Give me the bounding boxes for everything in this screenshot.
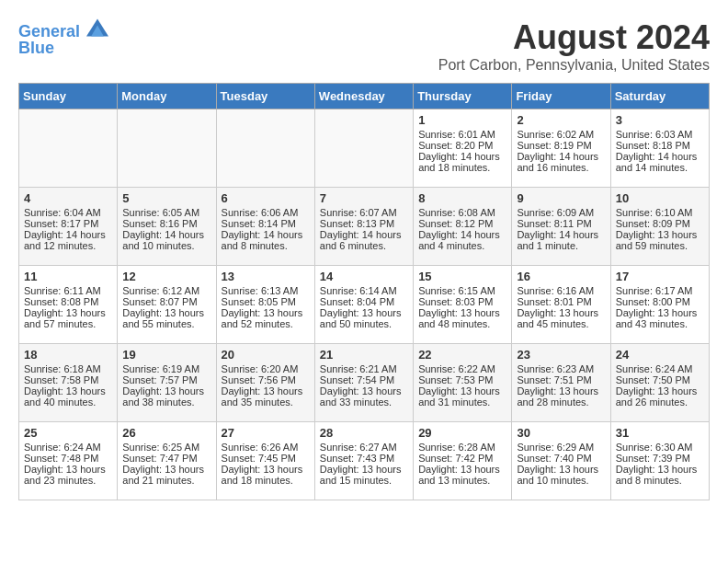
logo: General Blue bbox=[18, 18, 110, 58]
day-number: 4 bbox=[24, 191, 112, 205]
day-info: Sunset: 8:16 PM bbox=[122, 218, 210, 229]
day-info: Sunset: 7:58 PM bbox=[24, 374, 112, 385]
day-info: Daylight: 13 hours and 59 minutes. bbox=[616, 229, 704, 251]
day-number: 2 bbox=[517, 113, 605, 127]
calendar-cell: 9Sunrise: 6:09 AMSunset: 8:11 PMDaylight… bbox=[512, 188, 610, 266]
day-info: Sunset: 8:08 PM bbox=[24, 296, 112, 307]
calendar-cell: 5Sunrise: 6:05 AMSunset: 8:16 PMDaylight… bbox=[118, 188, 216, 266]
day-info: Sunset: 7:42 PM bbox=[418, 453, 506, 464]
calendar-cell: 22Sunrise: 6:22 AMSunset: 7:53 PMDayligh… bbox=[414, 344, 512, 422]
weekday-header-row: SundayMondayTuesdayWednesdayThursdayFrid… bbox=[19, 84, 710, 109]
day-number: 22 bbox=[418, 348, 506, 362]
calendar-cell: 11Sunrise: 6:11 AMSunset: 8:08 PMDayligh… bbox=[19, 266, 118, 344]
weekday-header-saturday: Saturday bbox=[610, 84, 709, 109]
day-info: Sunset: 8:07 PM bbox=[122, 296, 210, 307]
day-info: Sunrise: 6:28 AM bbox=[418, 442, 506, 453]
day-number: 18 bbox=[24, 348, 112, 362]
day-info: Daylight: 13 hours and 40 minutes. bbox=[24, 385, 112, 408]
calendar-cell bbox=[19, 109, 118, 188]
month-year-title: August 2024 bbox=[438, 18, 710, 57]
day-info: Sunset: 7:45 PM bbox=[222, 453, 310, 464]
day-info: Sunrise: 6:07 AM bbox=[320, 207, 408, 218]
weekday-header-friday: Friday bbox=[512, 84, 610, 109]
calendar-cell: 17Sunrise: 6:17 AMSunset: 8:00 PMDayligh… bbox=[610, 266, 709, 344]
calendar-cell: 29Sunrise: 6:28 AMSunset: 7:42 PMDayligh… bbox=[414, 422, 512, 500]
day-info: Daylight: 13 hours and 31 minutes. bbox=[418, 385, 506, 408]
calendar-cell: 2Sunrise: 6:02 AMSunset: 8:19 PMDaylight… bbox=[512, 109, 610, 188]
day-info: Sunset: 7:48 PM bbox=[24, 453, 112, 464]
calendar-cell: 6Sunrise: 6:06 AMSunset: 8:14 PMDaylight… bbox=[216, 188, 314, 266]
day-number: 6 bbox=[222, 191, 310, 205]
day-info: Sunrise: 6:24 AM bbox=[24, 442, 112, 453]
day-number: 29 bbox=[418, 426, 506, 440]
calendar-cell: 12Sunrise: 6:12 AMSunset: 8:07 PMDayligh… bbox=[118, 266, 216, 344]
day-info: Sunrise: 6:19 AM bbox=[122, 363, 210, 374]
day-info: Sunrise: 6:25 AM bbox=[122, 442, 210, 453]
day-info: Daylight: 14 hours and 4 minutes. bbox=[418, 229, 506, 251]
day-number: 21 bbox=[320, 348, 408, 362]
day-info: Daylight: 13 hours and 50 minutes. bbox=[320, 307, 408, 329]
day-info: Sunrise: 6:10 AM bbox=[616, 207, 704, 218]
calendar-cell: 13Sunrise: 6:13 AMSunset: 8:05 PMDayligh… bbox=[216, 266, 314, 344]
calendar-cell: 4Sunrise: 6:04 AMSunset: 8:17 PMDaylight… bbox=[19, 188, 118, 266]
day-info: Daylight: 13 hours and 10 minutes. bbox=[517, 464, 605, 486]
day-info: Sunset: 8:01 PM bbox=[517, 296, 605, 307]
day-info: Sunrise: 6:21 AM bbox=[320, 363, 408, 374]
day-info: Sunset: 8:05 PM bbox=[222, 296, 310, 307]
calendar-week-3: 11Sunrise: 6:11 AMSunset: 8:08 PMDayligh… bbox=[19, 266, 710, 344]
day-info: Sunrise: 6:08 AM bbox=[418, 207, 506, 218]
day-info: Daylight: 13 hours and 43 minutes. bbox=[616, 307, 704, 329]
day-number: 30 bbox=[517, 426, 605, 440]
day-number: 19 bbox=[122, 348, 210, 362]
day-info: Sunset: 8:09 PM bbox=[616, 218, 704, 229]
day-info: Daylight: 13 hours and 55 minutes. bbox=[122, 307, 210, 329]
day-info: Sunset: 7:50 PM bbox=[616, 374, 704, 385]
calendar-cell: 3Sunrise: 6:03 AMSunset: 8:18 PMDaylight… bbox=[610, 109, 709, 188]
day-info: Sunrise: 6:03 AM bbox=[616, 129, 704, 140]
day-info: Daylight: 13 hours and 26 minutes. bbox=[616, 385, 704, 408]
day-number: 3 bbox=[616, 113, 704, 127]
day-info: Sunset: 8:14 PM bbox=[222, 218, 310, 229]
calendar-cell: 27Sunrise: 6:26 AMSunset: 7:45 PMDayligh… bbox=[216, 422, 314, 500]
day-info: Sunrise: 6:23 AM bbox=[517, 363, 605, 374]
calendar-week-1: 1Sunrise: 6:01 AMSunset: 8:20 PMDaylight… bbox=[19, 109, 710, 188]
calendar-cell: 18Sunrise: 6:18 AMSunset: 7:58 PMDayligh… bbox=[19, 344, 118, 422]
day-info: Daylight: 14 hours and 14 minutes. bbox=[616, 151, 704, 173]
day-info: Daylight: 13 hours and 35 minutes. bbox=[222, 385, 310, 408]
calendar-cell: 31Sunrise: 6:30 AMSunset: 7:39 PMDayligh… bbox=[610, 422, 709, 500]
day-info: Daylight: 13 hours and 38 minutes. bbox=[122, 385, 210, 408]
day-number: 25 bbox=[24, 426, 112, 440]
calendar-body: 1Sunrise: 6:01 AMSunset: 8:20 PMDaylight… bbox=[19, 109, 710, 500]
day-info: Daylight: 13 hours and 21 minutes. bbox=[122, 464, 210, 486]
calendar-cell: 15Sunrise: 6:15 AMSunset: 8:03 PMDayligh… bbox=[414, 266, 512, 344]
day-info: Daylight: 13 hours and 57 minutes. bbox=[24, 307, 112, 329]
calendar-cell bbox=[314, 109, 413, 188]
page-header: General Blue August 2024 Port Carbon, Pe… bbox=[18, 18, 710, 74]
day-number: 9 bbox=[517, 191, 605, 205]
day-number: 7 bbox=[320, 191, 408, 205]
day-number: 17 bbox=[616, 270, 704, 283]
day-info: Sunset: 7:51 PM bbox=[517, 374, 605, 385]
calendar-cell: 25Sunrise: 6:24 AMSunset: 7:48 PMDayligh… bbox=[19, 422, 118, 500]
day-number: 13 bbox=[222, 270, 310, 283]
day-info: Sunset: 8:00 PM bbox=[616, 296, 704, 307]
day-info: Sunset: 8:04 PM bbox=[320, 296, 408, 307]
day-number: 8 bbox=[418, 191, 506, 205]
day-info: Daylight: 14 hours and 12 minutes. bbox=[24, 229, 112, 251]
calendar-cell bbox=[118, 109, 216, 188]
day-info: Daylight: 13 hours and 18 minutes. bbox=[222, 464, 310, 486]
day-number: 27 bbox=[222, 426, 310, 440]
calendar-week-5: 25Sunrise: 6:24 AMSunset: 7:48 PMDayligh… bbox=[19, 422, 710, 500]
weekday-header-monday: Monday bbox=[118, 84, 216, 109]
calendar-week-2: 4Sunrise: 6:04 AMSunset: 8:17 PMDaylight… bbox=[19, 188, 710, 266]
day-info: Daylight: 13 hours and 33 minutes. bbox=[320, 385, 408, 408]
day-info: Daylight: 14 hours and 1 minute. bbox=[517, 229, 605, 251]
day-info: Sunrise: 6:05 AM bbox=[122, 207, 210, 218]
day-info: Sunrise: 6:04 AM bbox=[24, 207, 112, 218]
day-number: 14 bbox=[320, 270, 408, 283]
day-number: 28 bbox=[320, 426, 408, 440]
day-info: Daylight: 13 hours and 15 minutes. bbox=[320, 464, 408, 486]
day-info: Sunset: 7:39 PM bbox=[616, 453, 704, 464]
day-info: Daylight: 13 hours and 23 minutes. bbox=[24, 464, 112, 486]
day-info: Sunset: 7:47 PM bbox=[122, 453, 210, 464]
